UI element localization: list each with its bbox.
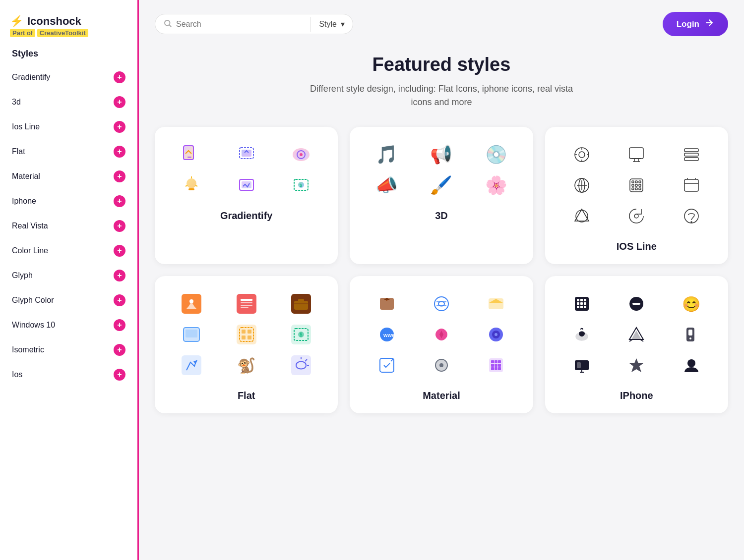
svg-rect-90 [577,299,579,301]
svg-point-18 [575,148,589,162]
svg-point-43 [189,299,193,303]
card-3d[interactable]: 🎵 📢 💿 📣 🖌️ 🌸 3D [350,127,533,264]
hero-title: Featured styles [155,54,728,75]
3d-icon-6: 🌸 [483,172,509,198]
sidebar-item-3d[interactable]: 3d + [0,90,137,114]
grad-icon-1 [179,142,204,168]
chevron-down-icon: ▾ [341,19,345,29]
login-button[interactable]: Login [663,12,728,36]
iphone-icon-5 [623,322,649,347]
svg-rect-21 [684,149,698,152]
material-icon-6 [483,322,509,347]
add-flat-button[interactable]: + [114,146,125,158]
add-gradientify-button[interactable]: + [114,71,125,83]
sidebar-label-glyph: Glyph [12,271,33,280]
flat-icon-1 [179,291,204,317]
sidebar-item-flat[interactable]: Flat + [0,139,137,164]
ios-line-icon-8 [623,203,649,229]
sidebar-item-ios[interactable]: Ios + [0,362,137,387]
add-ios-line-button[interactable]: + [114,121,125,133]
ios-line-icon-2 [623,142,649,168]
3d-icons-grid: 🎵 📢 💿 📣 🖌️ 🌸 [362,142,521,198]
add-iphone-button[interactable]: + [114,195,125,207]
sidebar-item-ios-line[interactable]: Ios Line + [0,114,137,139]
iphone-icon-3: 😊 [679,291,704,317]
ios-line-icon-7 [569,203,595,229]
svg-rect-14 [242,181,251,188]
svg-rect-95 [584,302,586,305]
ios-line-icon-6 [679,172,704,198]
svg-rect-12 [188,188,194,190]
iphone-icon-9 [679,352,704,378]
material-icon-3 [483,291,509,317]
svg-rect-47 [241,305,252,306]
sidebar-item-material[interactable]: Material + [0,164,137,189]
card-iphone[interactable]: 😊 [545,276,728,413]
subtitle-part: Part of [10,29,35,37]
search-input[interactable] [176,20,303,29]
sidebar-item-windows-10[interactable]: Windows 10 + [0,313,137,337]
svg-rect-81 [495,360,497,363]
add-ios-button[interactable]: + [114,369,125,381]
svg-rect-30 [632,184,634,186]
gradientify-icons-grid: $ [167,142,326,198]
card-gradientify[interactable]: $ Gradientify [155,127,338,264]
svg-rect-82 [498,360,501,363]
svg-rect-108 [577,362,581,368]
add-color-line-button[interactable]: + [114,245,125,257]
card-title-flat: Flat [238,390,255,401]
iphone-icon-6 [679,322,704,347]
sidebar-item-color-line[interactable]: Color Line + [0,238,137,263]
add-glyph-color-button[interactable]: + [114,294,125,306]
svg-rect-83 [491,364,494,367]
svg-rect-27 [632,181,634,183]
svg-point-19 [579,152,585,158]
svg-rect-59 [242,336,246,339]
card-material[interactable]: www [350,276,533,413]
add-glyph-button[interactable]: + [114,270,125,281]
svg-point-39 [634,214,638,218]
svg-rect-31 [635,184,637,186]
svg-point-109 [687,359,695,367]
sidebar-item-iphone[interactable]: Iphone + [0,189,137,214]
ios-line-icon-9 [679,203,704,229]
sidebar-item-real-vista[interactable]: Real Vista + [0,214,137,238]
svg-rect-51 [298,299,304,302]
material-icon-7 [374,352,400,378]
flat-icon-2 [234,291,259,317]
card-flat[interactable]: $ 🐒 [155,276,338,413]
card-ios-line[interactable]: IOS Line [545,127,728,264]
ios-line-icon-5 [623,172,649,198]
svg-point-40 [684,209,698,223]
svg-rect-97 [580,306,583,308]
svg-rect-94 [580,302,583,305]
sidebar-section-title: Styles [0,49,137,65]
sidebar-label-gradientify: Gradientify [12,73,50,82]
logo-area: ⚡ Iconshock Part of CreativeToolkit [0,10,137,49]
grad-icon-2 [234,142,259,168]
add-isometric-button[interactable]: + [114,344,125,356]
sidebar-item-isometric[interactable]: Isometric + [0,337,137,362]
sidebar-item-glyph[interactable]: Glyph + [0,263,137,288]
3d-icon-4: 📣 [374,172,400,198]
3d-icon-5: 🖌️ [429,172,454,198]
svg-rect-29 [639,181,641,183]
svg-rect-22 [684,153,698,156]
sidebar-item-gradientify[interactable]: Gradientify + [0,65,137,90]
add-real-vista-button[interactable]: + [114,220,125,232]
ios-line-icon-4 [569,172,595,198]
material-icons-grid: www [362,291,521,378]
style-select[interactable]: Style ▾ [311,14,353,34]
svg-text:www: www [383,332,396,338]
card-title-ios-line: IOS Line [617,241,657,252]
sidebar: ⚡ Iconshock Part of CreativeToolkit Styl… [0,0,139,560]
bolt-icon: ⚡ [10,15,23,28]
sidebar-item-glyph-color[interactable]: Glyph Color + [0,288,137,313]
add-3d-button[interactable]: + [114,96,125,108]
add-material-button[interactable]: + [114,170,125,182]
svg-rect-45 [241,299,252,301]
svg-rect-84 [495,364,497,367]
sidebar-label-glyph-color: Glyph Color [12,296,54,305]
card-title-gradientify: Gradientify [220,210,273,222]
add-windows-10-button[interactable]: + [114,319,125,331]
